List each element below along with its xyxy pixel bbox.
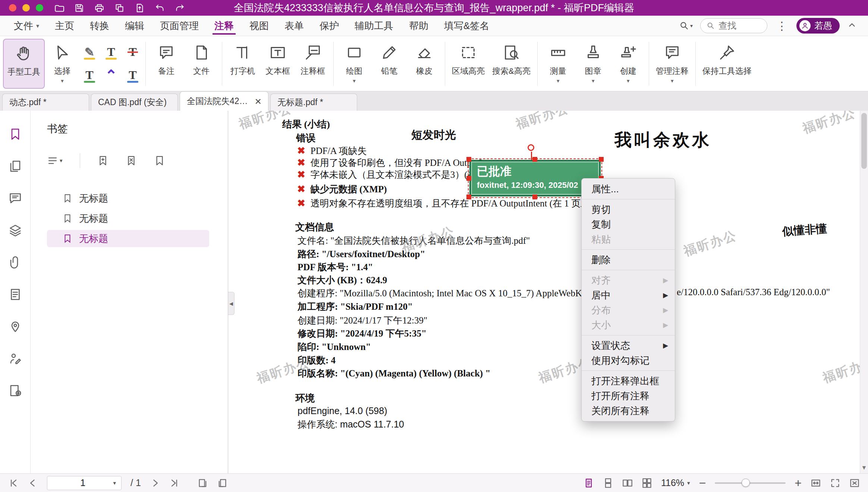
eraser-tool-button[interactable]: 橡皮 (407, 39, 442, 89)
user-account-button[interactable]: 若愚 (796, 18, 840, 34)
search-input[interactable] (718, 20, 761, 31)
bookmark-options-icon[interactable]: ▾ (47, 155, 63, 166)
redo-icon[interactable] (174, 2, 186, 14)
close-tab-icon[interactable]: × (248, 96, 261, 107)
export-icon[interactable] (133, 2, 145, 14)
zoom-in-icon[interactable]: + (795, 477, 802, 489)
zoom-slider-knob[interactable] (742, 479, 750, 487)
pencil-tool-button[interactable]: 铅笔 (372, 39, 407, 89)
minimize-window-button[interactable] (22, 4, 30, 12)
duplicate-icon[interactable] (113, 2, 125, 14)
more-options-icon[interactable]: ⋮ (775, 19, 789, 32)
save-icon[interactable] (73, 2, 85, 14)
file-attachment-tool-button[interactable]: 文件 (184, 39, 219, 89)
hand-tool-button[interactable]: 手型工具 (3, 39, 45, 89)
bookmark-item-1[interactable]: 无标题 (47, 190, 209, 207)
search-highlight-tool-button[interactable]: 搜索&高亮 (488, 39, 534, 89)
menu-fill-sign[interactable]: 填写&签名 (436, 16, 497, 36)
context-menu-open-all-notes[interactable]: 打开所有注释 (582, 388, 675, 403)
tab-active-document[interactable]: 全国法院失4233333... × (180, 91, 268, 111)
menu-accessibility[interactable]: 辅助工具 (347, 16, 401, 36)
context-menu-center[interactable]: 居中▶ (582, 288, 675, 303)
area-highlight-tool-button[interactable]: 区域高亮 (448, 39, 488, 89)
fit-width-icon[interactable] (811, 478, 821, 488)
scrollbar-thumb[interactable] (861, 113, 867, 169)
menu-page-management[interactable]: 页面管理 (152, 16, 207, 36)
page-number-input[interactable] (53, 477, 113, 488)
find-search-box[interactable] (700, 18, 767, 33)
note-tool-button[interactable]: 备注 (149, 39, 184, 89)
vertical-scrollbar[interactable]: ▼ (860, 111, 868, 473)
zoom-out-icon[interactable]: − (699, 477, 706, 489)
expand-bookmark-icon[interactable] (154, 155, 165, 166)
context-menu-cut[interactable]: 剪切 (582, 202, 675, 217)
keep-tool-selected-button[interactable]: 保持工具选择 (699, 39, 755, 89)
menu-convert[interactable]: 转换 (82, 16, 117, 36)
attachments-panel-icon[interactable] (7, 255, 23, 270)
menu-home[interactable]: 主页 (47, 16, 82, 36)
context-menu-properties[interactable]: 属性... (582, 182, 675, 196)
replace-text-tool-icon[interactable] (123, 65, 142, 86)
menu-comment[interactable]: 注释 (207, 16, 242, 36)
strikeout-tool-icon[interactable] (123, 42, 142, 63)
fullscreen-icon[interactable] (849, 478, 860, 488)
create-tool-button[interactable]: 创建 ▾ (611, 39, 646, 89)
scroll-down-icon[interactable]: ▼ (860, 463, 868, 473)
bookmark-item-2[interactable]: 无标题 (47, 210, 209, 227)
tab-dongtai[interactable]: 动态.pdf * (2, 94, 89, 111)
context-menu-set-status[interactable]: 设置状态▶ (582, 338, 675, 353)
insert-text-tool-icon[interactable] (101, 65, 121, 86)
delete-bookmark-icon[interactable] (126, 155, 137, 166)
close-window-button[interactable] (9, 4, 16, 12)
menu-file[interactable]: 文件▾ (6, 16, 47, 36)
add-bookmark-icon[interactable] (97, 155, 108, 166)
comments-panel-icon[interactable] (7, 190, 23, 206)
rotate-handle[interactable] (528, 144, 534, 151)
resize-handle-bottom-center[interactable] (532, 195, 537, 199)
undo-icon[interactable] (154, 2, 166, 14)
resize-handle-top-left[interactable] (466, 157, 471, 162)
previous-page-icon[interactable] (28, 478, 38, 488)
zoom-slider[interactable] (715, 482, 786, 484)
continuous-view-icon[interactable] (603, 478, 613, 488)
resize-handle-mid-left[interactable] (466, 176, 471, 181)
fit-page-icon[interactable] (830, 478, 840, 488)
single-page-view-icon[interactable] (584, 478, 594, 488)
document-view[interactable]: 福昕办公 福昕办公 福昕办公 福昕办公 福昕办公 福昕办公 福昕办公 福昕办公 … (228, 111, 868, 473)
first-page-icon[interactable] (8, 478, 19, 488)
next-page-icon[interactable] (150, 478, 160, 488)
layers-panel-icon[interactable] (7, 223, 23, 238)
previous-view-icon[interactable] (198, 478, 208, 488)
menu-help[interactable]: 帮助 (401, 16, 436, 36)
drawing-tool-button[interactable]: 绘图 ▾ (337, 39, 372, 89)
tab-untitled[interactable]: 无标题.pdf * (270, 94, 357, 111)
bookmark-item-3[interactable]: 无标题 (47, 230, 209, 247)
context-menu-open-popup-note[interactable]: 打开注释弹出框 (582, 373, 675, 388)
destinations-panel-icon[interactable] (7, 319, 23, 334)
zoom-window-button[interactable] (36, 4, 43, 12)
fields-panel-icon[interactable] (7, 287, 23, 302)
menu-form[interactable]: 表单 (277, 16, 312, 36)
signatures-panel-icon[interactable] (7, 351, 23, 366)
textbox-tool-button[interactable]: 文本框 (260, 39, 295, 89)
context-menu-close-all-notes[interactable]: 关闭所有注释 (582, 403, 675, 418)
callout-box-tool-button[interactable]: 注释框 (295, 39, 330, 89)
resize-handle-top-center[interactable] (532, 157, 537, 162)
collapse-panel-handle[interactable]: ◀ (228, 292, 235, 315)
bookmarks-panel-icon[interactable] (7, 126, 23, 142)
resize-handle-bottom-left[interactable] (466, 195, 471, 199)
underline-tool-icon[interactable] (80, 65, 99, 86)
measure-tool-button[interactable]: 测量 ▾ (541, 39, 576, 89)
context-menu-checkmark[interactable]: 使用对勾标记 (582, 353, 675, 368)
select-tool-button[interactable]: 选择 ▾ (45, 39, 80, 89)
zoom-level-dropdown[interactable]: 116%▾ (661, 477, 690, 488)
continuous-facing-view-icon[interactable] (642, 478, 652, 488)
context-menu-delete[interactable]: 删除 (582, 252, 675, 267)
highlight-tool-icon[interactable] (80, 42, 99, 63)
next-view-icon[interactable] (217, 478, 227, 488)
menu-edit[interactable]: 编辑 (117, 16, 152, 36)
stamp-tool-button[interactable]: 图章 ▾ (576, 39, 611, 89)
facing-view-icon[interactable] (622, 478, 633, 488)
collapse-ribbon-icon[interactable] (847, 20, 857, 31)
print-icon[interactable] (93, 2, 105, 14)
